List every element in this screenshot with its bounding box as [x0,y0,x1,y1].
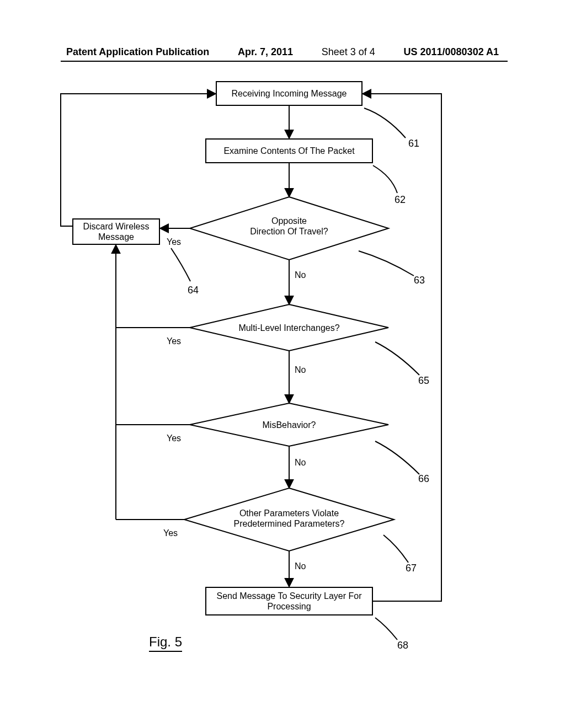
ref-68: 68 [397,640,408,651]
sheet-number: Sheet 3 of 4 [322,46,375,58]
ref-63: 63 [414,275,425,286]
decision-misbehavior [190,403,388,446]
decision-66-text: MisBehavior? [263,420,316,430]
node-examine-contents: Examine Contents Of The Packet [205,138,373,163]
page-header: Patent Application Publication Apr. 7, 2… [0,46,565,58]
decision-multi-level-interchanges [190,304,388,351]
publication-label: Patent Application Publication [66,46,209,58]
ref-66: 66 [418,473,429,485]
decision-63-line1: Opposite [271,216,307,226]
decision-other-parameters [184,488,394,551]
edge-yes-66: Yes [167,433,181,443]
edge-no-65: No [295,365,306,375]
edge-yes-63: Yes [167,237,181,247]
node-receiving-incoming-message: Receiving Incoming Message [216,81,363,106]
figure-label: Fig. 5 [149,634,182,652]
decision-opposite-direction [190,197,388,260]
ref-61: 61 [408,138,419,149]
decision-67-line1: Other Parameters Violate [239,508,339,518]
ref-62: 62 [395,194,406,206]
ref-65: 65 [418,375,429,387]
header-rule [61,61,508,62]
edge-yes-65: Yes [167,336,181,346]
edge-no-67: No [295,561,306,571]
flowchart-svg: Opposite Direction Of Travel? Multi-Leve… [0,0,565,728]
ref-64: 64 [188,285,199,296]
decision-63-line2: Direction Of Travel? [250,227,328,236]
node-send-to-security-layer: Send Message To Security Layer For Proce… [205,587,373,615]
publication-date: Apr. 7, 2011 [238,46,293,58]
decision-67-line2: Predetermined Parameters? [234,519,345,528]
edge-no-66: No [295,458,306,468]
page-root: Patent Application Publication Apr. 7, 2… [0,0,565,728]
ref-67: 67 [406,563,417,574]
publication-number: US 2011/0080302 A1 [404,46,499,58]
decision-65-text: Multi-Level Interchanges? [238,323,339,333]
edge-no-63: No [295,270,306,280]
node-discard-wireless-message: Discard Wireless Message [72,218,160,245]
edge-yes-67: Yes [163,528,178,538]
